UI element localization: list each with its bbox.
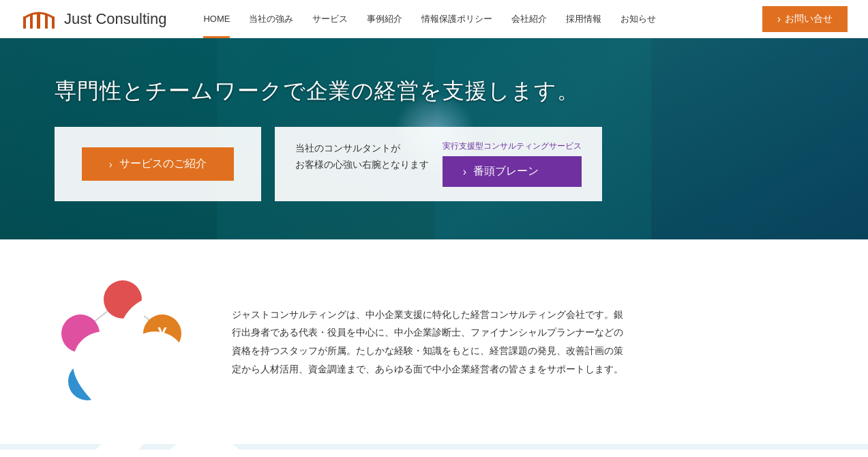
service-type-label: 実行支援型コンサルティングサービス bbox=[443, 141, 582, 152]
nav-item-cases[interactable]: 事例紹介 bbox=[357, 0, 412, 38]
heart-icon-circle bbox=[61, 314, 100, 353]
about-section: ¥ ジャストコンサルティングは、中小企業支援に特化した経営コンサルティング会社で… bbox=[0, 239, 868, 444]
nav-item-company[interactable]: 会社紹介 bbox=[502, 0, 556, 38]
header: Just Consulting HOME 当社の強み サービス 事例紹介 情報保… bbox=[0, 0, 868, 38]
hero-cards: › サービスのご紹介 当社のコンサルタントが お客様の心強い右腕となります 実行… bbox=[55, 127, 813, 201]
contact-button[interactable]: › お問い合せ bbox=[762, 6, 848, 32]
svg-rect-4 bbox=[37, 12, 40, 29]
main-nav: HOME 当社の強み サービス 事例紹介 情報保護ポリシー 会社紹介 採用情報 … bbox=[194, 0, 762, 38]
hero-card-description: 当社のコンサルタントが お客様の心強い右腕となります bbox=[295, 141, 429, 173]
hero-service-area: 実行支援型コンサルティングサービス › 番頭ブレーン bbox=[443, 141, 582, 187]
banto-brain-button[interactable]: › 番頭ブレーン bbox=[443, 156, 582, 187]
service-intro-arrow-icon: › bbox=[109, 159, 113, 170]
nav-item-home[interactable]: HOME bbox=[194, 0, 239, 38]
nav-item-strength[interactable]: 当社の強み bbox=[239, 0, 303, 38]
nav-item-news[interactable]: お知らせ bbox=[611, 0, 665, 38]
hero-card-right-top: 当社のコンサルタントが お客様の心強い右腕となります 実行支援型コンサルティング… bbox=[295, 141, 582, 187]
service-btn-arrow-icon: › bbox=[463, 166, 466, 178]
logo-icon bbox=[20, 7, 57, 31]
nav-item-recruitment[interactable]: 採用情報 bbox=[556, 0, 611, 38]
svg-rect-3 bbox=[45, 14, 48, 29]
search-icon-circle bbox=[104, 280, 142, 319]
nav-item-service[interactable]: サービス bbox=[303, 0, 357, 38]
service-intro-button[interactable]: › サービスのご紹介 bbox=[82, 147, 234, 181]
logo-link[interactable]: Just Consulting bbox=[20, 7, 166, 31]
contact-arrow-icon: › bbox=[777, 13, 781, 25]
hero-content: 専門性とチームワークで企業の経営を支援します。 › サービスのご紹介 当社のコン… bbox=[0, 76, 868, 201]
logo-text: Just Consulting bbox=[64, 10, 166, 28]
about-icons-diagram: ¥ bbox=[55, 274, 191, 410]
svg-rect-2 bbox=[30, 14, 33, 29]
nav-item-privacy[interactable]: 情報保護ポリシー bbox=[412, 0, 502, 38]
hero-section: 専門性とチームワークで企業の経営を支援します。 › サービスのご紹介 当社のコン… bbox=[0, 38, 868, 239]
about-description: ジャストコンサルティングは、中小企業支援に特化した経営コンサルティング会社です。… bbox=[232, 306, 627, 378]
hero-card-service: › サービスのご紹介 bbox=[55, 127, 261, 201]
hero-card-consultant: 当社のコンサルタントが お客様の心強い右腕となります 実行支援型コンサルティング… bbox=[275, 127, 602, 201]
hero-title: 専門性とチームワークで企業の経営を支援します。 bbox=[55, 76, 813, 106]
